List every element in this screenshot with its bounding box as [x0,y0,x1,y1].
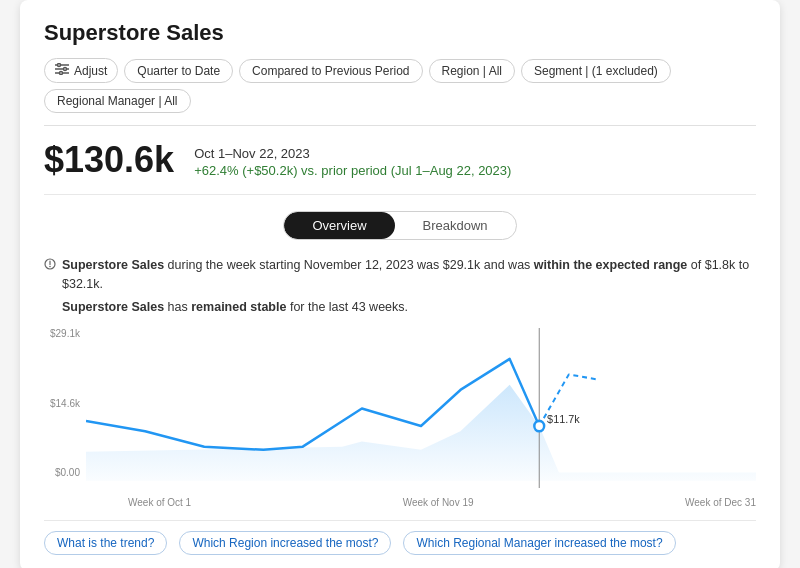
filter-bar: Adjust Quarter to Date Compared to Previ… [44,58,756,126]
insight-text-1a: Superstore Sales during the week startin… [62,258,749,291]
question-region[interactable]: Which Region increased the most? [179,531,391,555]
svg-point-1 [58,64,61,67]
adjust-label: Adjust [74,64,107,78]
compared-filter[interactable]: Compared to Previous Period [239,59,422,83]
chart-area: $29.1k $14.6k $0.00 [44,328,756,508]
metric-change: +62.4% (+$50.2k) vs. prior period (Jul 1… [194,163,511,178]
region-filter[interactable]: Region | All [429,59,516,83]
y-label-mid: $14.6k [50,398,80,409]
chart-inner: $11.7k Week of Oct 1 Week of Nov 19 Week… [86,328,756,508]
svg-point-10 [534,421,544,431]
metric-value: $130.6k [44,142,174,178]
question-links: What is the trend? Which Region increase… [44,520,756,555]
y-label-top: $29.1k [50,328,80,339]
svg-point-8 [49,266,51,268]
question-trend[interactable]: What is the trend? [44,531,167,555]
x-label-right: Week of Dec 31 [685,497,756,508]
svg-point-3 [64,68,67,71]
adjust-icon [55,63,69,78]
x-axis: Week of Oct 1 Week of Nov 19 Week of Dec… [128,488,756,508]
svg-point-5 [60,72,63,75]
insight-line1: Superstore Sales during the week startin… [44,256,756,294]
segment-filter[interactable]: Segment | (1 excluded) [521,59,671,83]
tab-bar: Overview Breakdown [44,211,756,240]
x-label-left: Week of Oct 1 [128,497,191,508]
tab-overview[interactable]: Overview [284,212,394,239]
tab-breakdown[interactable]: Breakdown [395,212,516,239]
pin-icon [44,257,56,276]
svg-text:$11.7k: $11.7k [547,413,580,425]
x-label-mid: Week of Nov 19 [403,497,474,508]
question-manager[interactable]: Which Regional Manager increased the mos… [403,531,675,555]
manager-filter[interactable]: Regional Manager | All [44,89,191,113]
main-card: Superstore Sales Adjust Quarter to Date … [20,0,780,568]
y-axis: $29.1k $14.6k $0.00 [44,328,86,478]
quarter-filter[interactable]: Quarter to Date [124,59,233,83]
page-title: Superstore Sales [44,20,756,46]
y-label-bot: $0.00 [55,467,80,478]
metric-detail: Oct 1–Nov 22, 2023 +62.4% (+$50.2k) vs. … [194,142,511,178]
chart-svg: $11.7k [86,328,756,488]
adjust-button[interactable]: Adjust [44,58,118,83]
insight-line2: Superstore Sales has remained stable for… [44,298,756,317]
tab-group: Overview Breakdown [283,211,516,240]
metric-section: $130.6k Oct 1–Nov 22, 2023 +62.4% (+$50.… [44,142,756,195]
metric-period: Oct 1–Nov 22, 2023 [194,146,511,161]
